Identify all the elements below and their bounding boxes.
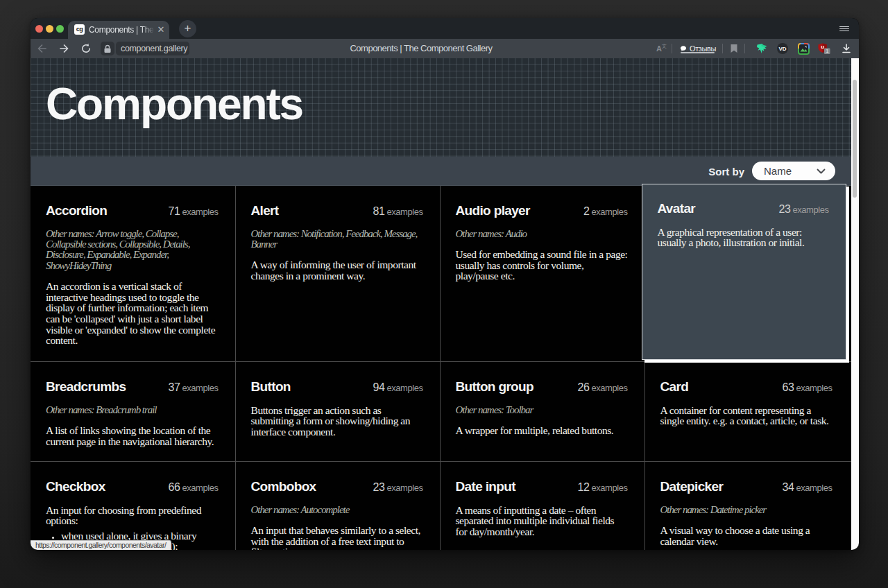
svg-text:u: u	[821, 44, 824, 50]
svg-text:1: 1	[826, 48, 828, 54]
svg-text:VD: VD	[778, 46, 786, 52]
